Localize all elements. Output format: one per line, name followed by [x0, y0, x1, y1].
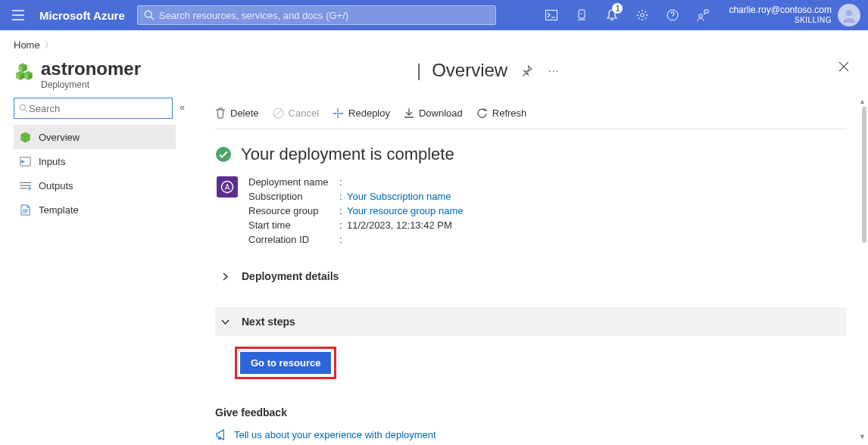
subscription-link[interactable]: Your Subscription name: [347, 191, 463, 202]
download-button[interactable]: Download: [404, 107, 463, 119]
deployment-details-section[interactable]: Deployment details: [215, 262, 847, 291]
deployment-name-value: [347, 176, 463, 188]
breadcrumb: Home 〉: [0, 30, 868, 54]
deployment-name-label: Deployment name: [248, 176, 339, 188]
hamburger-button[interactable]: [0, 0, 36, 30]
template-icon: [20, 204, 31, 216]
subscription-label: Subscription: [248, 191, 339, 202]
close-icon: [838, 61, 849, 72]
redeploy-label: Redeploy: [348, 107, 390, 119]
delete-label: Delete: [230, 107, 259, 119]
redeploy-icon: [333, 107, 344, 119]
avatar-icon: [841, 8, 857, 23]
settings-button[interactable]: [627, 0, 657, 30]
notification-badge: 1: [612, 3, 623, 14]
svg-point-7: [20, 104, 25, 110]
user-account-menu[interactable]: charlie.roy@contoso.com SKILLING: [718, 5, 838, 26]
header-action-icons: 1: [536, 0, 718, 30]
cancel-button: Cancel: [273, 107, 319, 119]
command-bar: Delete Cancel Redeploy Download Refresh: [215, 98, 847, 129]
search-icon: [19, 104, 29, 114]
gear-icon: [636, 9, 648, 21]
feedback-title: Give feedback: [215, 406, 847, 419]
resource-group-link[interactable]: Your resource group name: [347, 205, 463, 216]
svg-rect-1: [546, 11, 557, 20]
svg-text:A: A: [225, 183, 230, 191]
copilot-icon: [576, 9, 588, 21]
svg-point-9: [337, 113, 339, 115]
redeploy-button[interactable]: Redeploy: [333, 107, 390, 119]
start-time-label: Start time: [248, 219, 339, 231]
scroll-down-icon: ▼: [859, 433, 866, 440]
resource-header: astronomer Deployment | Overview ···: [0, 54, 868, 98]
cancel-icon: [273, 107, 284, 119]
resource-title: astronomer: [41, 58, 141, 79]
svg-point-5: [699, 14, 703, 18]
svg-point-0: [145, 11, 151, 17]
deployment-status: Your deployment is complete: [215, 145, 847, 164]
pin-icon: [521, 65, 532, 76]
delete-button[interactable]: Delete: [215, 107, 259, 119]
deployment-summary: A Deployment name: Subscription:Your Sub…: [217, 176, 847, 245]
search-icon: [144, 10, 155, 20]
main-content: ▲ ▼ Delete Cancel Redeploy Download: [188, 98, 868, 440]
go-to-resource-button[interactable]: Go to resource: [240, 352, 331, 374]
menu-item-inputs[interactable]: Inputs: [14, 149, 176, 173]
resource-menu: « Overview Inputs Outputs Template: [0, 98, 188, 440]
cancel-label: Cancel: [289, 107, 319, 119]
help-icon: [667, 9, 679, 21]
scrollbar[interactable]: ▲ ▼: [856, 98, 868, 440]
more-button[interactable]: ···: [545, 62, 562, 79]
next-steps-section[interactable]: Next steps: [215, 307, 847, 336]
correlation-id-value: [347, 234, 463, 245]
feedback-button[interactable]: [688, 0, 718, 30]
cloud-shell-icon: [545, 10, 557, 20]
svg-point-6: [846, 10, 852, 16]
person-feedback-icon: [697, 9, 709, 21]
menu-item-template[interactable]: Template: [14, 198, 176, 222]
chevron-down-icon: [221, 318, 229, 326]
menu-item-label: Overview: [39, 132, 80, 143]
pin-button[interactable]: [518, 62, 535, 79]
trash-icon: [215, 107, 226, 119]
cube-small-icon: [20, 132, 31, 143]
correlation-id-label: Correlation ID: [248, 234, 339, 245]
global-search[interactable]: [137, 5, 496, 25]
download-label: Download: [419, 107, 463, 119]
menu-item-outputs[interactable]: Outputs: [14, 173, 176, 198]
user-avatar[interactable]: [838, 4, 860, 26]
collapse-menu-button[interactable]: «: [180, 102, 185, 113]
resource-group-label: Resource group: [248, 205, 339, 216]
hamburger-icon: [12, 10, 24, 20]
brand-label[interactable]: Microsoft Azure: [36, 9, 136, 22]
user-tenant: SKILLING: [729, 16, 832, 26]
resource-type-label: Deployment: [41, 79, 141, 90]
refresh-label: Refresh: [492, 107, 527, 119]
success-check-icon: [215, 146, 232, 163]
megaphone-icon: [215, 429, 226, 440]
global-search-input[interactable]: [159, 10, 495, 21]
menu-search-input[interactable]: [29, 103, 167, 114]
refresh-button[interactable]: Refresh: [476, 107, 527, 119]
menu-search[interactable]: [14, 98, 173, 119]
user-email: charlie.roy@contoso.com: [729, 5, 832, 16]
global-header: Microsoft Azure 1 charlie.roy@contoso.co…: [0, 0, 868, 30]
notifications-button[interactable]: 1: [597, 0, 627, 30]
astronomer-logo: A: [217, 176, 238, 198]
help-button[interactable]: [657, 0, 688, 30]
outputs-icon: [20, 181, 31, 191]
menu-item-overview[interactable]: Overview: [14, 125, 176, 149]
breadcrumb-home[interactable]: Home: [14, 39, 40, 51]
astronomer-logo-icon: A: [220, 180, 234, 194]
chevron-right-icon: 〉: [45, 39, 53, 51]
scrollbar-thumb[interactable]: [862, 107, 866, 243]
deployment-details-label: Deployment details: [242, 270, 339, 282]
copilot-button[interactable]: [567, 0, 597, 30]
menu-item-label: Template: [39, 204, 79, 216]
cloud-shell-button[interactable]: [536, 0, 567, 30]
next-steps-label: Next steps: [242, 316, 295, 328]
inputs-icon: [20, 156, 31, 167]
feedback-section: Give feedback Tell us about your experie…: [215, 406, 847, 440]
close-blade-button[interactable]: [838, 58, 854, 75]
feedback-link[interactable]: Tell us about your experience with deplo…: [215, 429, 847, 440]
